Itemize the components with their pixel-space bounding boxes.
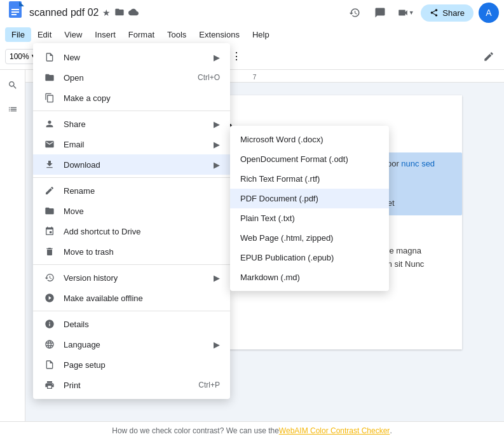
doc-title: scanned pdf 02	[29, 7, 99, 18]
download-rtf[interactable]: Rich Text Format (.rtf)	[230, 169, 389, 189]
download-submenu: Microsoft Word (.docx) OpenDocument Form…	[230, 126, 389, 291]
file-open-label: Open	[64, 73, 190, 83]
new-arrow: ▶	[214, 53, 220, 62]
history-icon[interactable]	[344, 3, 365, 23]
trash-icon	[43, 247, 56, 257]
download-pdf[interactable]: PDF Document (.pdf)	[230, 189, 389, 208]
rtf-label: Rich Text Format (.rtf)	[240, 174, 320, 184]
file-version-label: Version history	[64, 273, 206, 283]
txt-label: Plain Text (.txt)	[240, 213, 295, 223]
svg-rect-4	[11, 14, 17, 15]
file-email-label: Email	[64, 140, 206, 149]
file-menu-trash[interactable]: Move to trash	[33, 241, 230, 262]
md-label: Markdown (.md)	[240, 273, 300, 282]
file-menu-email[interactable]: Email ▶	[33, 134, 230, 154]
version-arrow: ▶	[214, 273, 220, 283]
html-label: Web Page (.html, zipped)	[240, 233, 333, 243]
download-docx[interactable]: Microsoft Word (.docx)	[230, 130, 389, 149]
new-icon	[43, 52, 56, 62]
file-menu-details[interactable]: Details	[33, 314, 230, 334]
pdf-label: PDF Document (.pdf)	[240, 194, 318, 203]
pagesetup-icon	[43, 360, 56, 370]
file-menu-pagesetup[interactable]: Page setup	[33, 355, 230, 375]
chat-icon[interactable]	[370, 3, 390, 23]
star-icon[interactable]: ★	[102, 8, 111, 18]
open-shortcut: Ctrl+O	[198, 73, 220, 82]
file-menu-dropdown: New ▶ Open Ctrl+O Make a copy Share ▶ Em…	[33, 43, 230, 399]
share-arrow: ▶	[214, 119, 220, 129]
share-button[interactable]: Share	[421, 4, 473, 22]
file-menu-open[interactable]: Open Ctrl+O	[33, 67, 230, 88]
menu-insert[interactable]: Insert	[88, 27, 122, 42]
file-menu-download[interactable]: Download ▶	[33, 154, 230, 175]
cloud-icon[interactable]	[128, 7, 139, 19]
file-menu-language[interactable]: Language ▶	[33, 334, 230, 355]
rename-icon	[43, 186, 56, 196]
file-move-label: Move	[64, 206, 220, 216]
doc-title-area: scanned pdf 02 ★	[29, 7, 344, 19]
print-shortcut: Ctrl+P	[198, 381, 220, 389]
file-trash-label: Move to trash	[64, 247, 220, 257]
file-menu-version[interactable]: Version history ▶	[33, 267, 230, 288]
left-panel	[0, 70, 25, 421]
menu-sep-2	[33, 177, 230, 178]
file-rename-label: Rename	[64, 186, 220, 196]
svg-rect-2	[11, 9, 19, 10]
file-pagesetup-label: Page setup	[64, 360, 220, 370]
shortcut-icon	[43, 226, 56, 236]
copy-icon	[43, 93, 56, 103]
file-menu-copy[interactable]: Make a copy	[33, 88, 230, 108]
download-arrow: ▶	[214, 160, 220, 170]
menu-tools[interactable]: Tools	[161, 27, 193, 42]
video-icon[interactable]: ▼	[395, 3, 416, 23]
download-epub[interactable]: EPUB Publication (.epub)	[230, 248, 389, 267]
file-share-label: Share	[64, 119, 206, 129]
details-icon	[43, 319, 56, 329]
menu-extensions[interactable]: Extensions	[193, 27, 246, 42]
bottom-text-end: .	[390, 426, 392, 435]
top-icons: ▼ Share A	[344, 3, 499, 23]
svg-rect-3	[11, 11, 19, 13]
download-odt[interactable]: OpenDocument Format (.odt)	[230, 149, 389, 169]
menu-file[interactable]: File	[5, 27, 31, 42]
file-menu-print[interactable]: Print Ctrl+P	[33, 375, 230, 395]
menu-sep-1	[33, 111, 230, 111]
move-icon	[43, 206, 56, 216]
sidebar-outline-icon[interactable]	[3, 99, 23, 119]
file-menu-move[interactable]: Move	[33, 201, 230, 221]
menu-edit[interactable]: Edit	[31, 27, 58, 42]
docx-label: Microsoft Word (.docx)	[240, 135, 324, 144]
folder-icon[interactable]	[114, 7, 125, 19]
file-copy-label: Make a copy	[64, 93, 220, 103]
open-icon	[43, 72, 56, 83]
epub-label: EPUB Publication (.epub)	[240, 253, 334, 262]
file-menu-shortcut[interactable]: Add shortcut to Drive	[33, 221, 230, 241]
menu-sep-3	[33, 264, 230, 265]
pen-icon[interactable]	[479, 46, 499, 67]
bottom-link[interactable]: WebAIM Color Contrast Checker	[279, 426, 390, 435]
file-language-label: Language	[64, 340, 206, 349]
file-menu-new[interactable]: New ▶	[33, 47, 230, 67]
file-menu-share[interactable]: Share ▶	[33, 114, 230, 134]
share-menu-icon	[43, 119, 56, 129]
file-details-label: Details	[64, 320, 220, 329]
menu-view[interactable]: View	[58, 27, 88, 42]
download-txt[interactable]: Plain Text (.txt)	[230, 208, 389, 228]
offline-icon	[43, 293, 56, 303]
menu-format[interactable]: Format	[122, 27, 161, 42]
file-offline-label: Make available offline	[64, 294, 220, 303]
bottom-text: How do we check color contrast? We can u…	[112, 426, 279, 435]
version-icon	[43, 273, 56, 283]
file-menu-rename[interactable]: Rename	[33, 180, 230, 201]
menu-sep-4	[33, 311, 230, 311]
download-icon	[43, 159, 56, 170]
download-html[interactable]: Web Page (.html, zipped)	[230, 228, 389, 248]
menu-help[interactable]: Help	[246, 27, 276, 42]
download-md[interactable]: Markdown (.md)	[230, 267, 389, 287]
language-arrow: ▶	[214, 340, 220, 349]
email-arrow: ▶	[214, 140, 220, 149]
avatar[interactable]: A	[479, 3, 499, 23]
file-menu-offline[interactable]: Make available offline	[33, 288, 230, 308]
sidebar-search-icon[interactable]	[3, 75, 23, 95]
email-icon	[43, 139, 56, 149]
